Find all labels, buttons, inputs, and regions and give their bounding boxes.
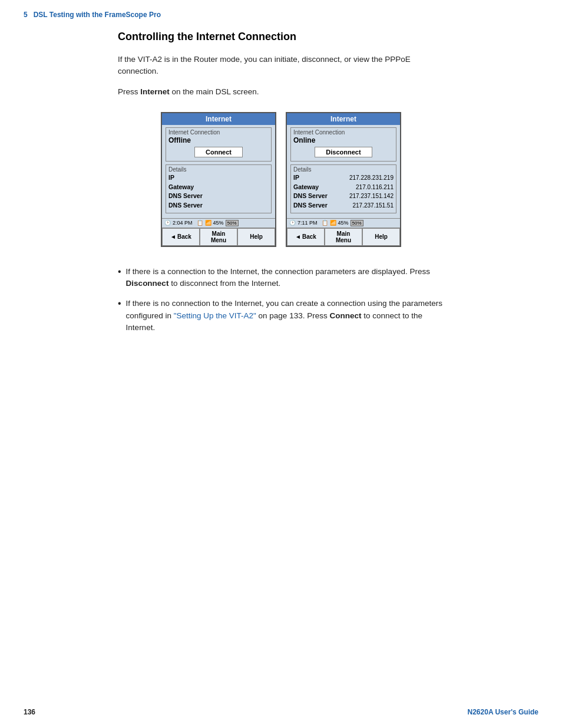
section-title: Controlling the Internet Connection <box>118 31 444 43</box>
screen2-time: 7:11 PM <box>297 220 318 226</box>
page-content: Controlling the Internet Connection If t… <box>0 19 562 365</box>
screen2-status: Online <box>293 136 394 144</box>
screen2-help-button[interactable]: Help <box>362 228 400 246</box>
screen1-detail-gateway: Gateway <box>168 183 269 192</box>
screen1-signal-icon: 📶 <box>205 220 211 226</box>
screen2-status-bar: 🕑 7:11 PM 📋 📶 45% 50% <box>287 218 400 228</box>
connect-button[interactable]: Connect <box>194 147 243 157</box>
screen1-connection-label: Internet Connection <box>168 129 269 136</box>
bullet-dot-1: • <box>118 267 121 276</box>
screen2-details-label: Details <box>293 166 394 173</box>
screen1-battery: 45% <box>213 220 224 226</box>
bullet-list: • If there is a connection to the Intern… <box>118 266 444 334</box>
screen2-detail-dns2: DNS Server 217.237.151.51 <box>293 201 394 210</box>
screens-container: Internet Internet Connection Offline Con… <box>118 112 444 247</box>
clock-icon: 🕑 <box>164 220 171 226</box>
screen1-body: Internet Connection Offline Connect Deta… <box>162 125 275 218</box>
screen1-details-label: Details <box>168 166 269 173</box>
bullet-text-2: If there is no connection to the Interne… <box>126 298 444 334</box>
bullet-text-1: If there is a connection to the Internet… <box>126 266 444 290</box>
screen1-status: Offline <box>168 136 269 144</box>
screen2-body: Internet Connection Online Disconnect De… <box>287 125 400 218</box>
screen2-connection-label: Internet Connection <box>293 129 394 136</box>
back-arrow-icon-2: ◄ <box>295 233 301 240</box>
intro-paragraph: If the VIT-A2 is in the Router mode, you… <box>118 54 444 78</box>
screen2-details-group: Details IP 217.228.231.219 Gateway 217.0… <box>290 164 396 213</box>
disconnect-button[interactable]: Disconnect <box>315 147 372 157</box>
back-arrow-icon: ◄ <box>170 233 176 240</box>
chapter-label: 5 DSL Testing with the FrameScope Pro <box>24 11 161 19</box>
screen2-device-icon: 📋 <box>322 220 328 226</box>
screen2-nav: ◄ Back Main Menu Help <box>287 228 400 246</box>
screen1-details-group: Details IP Gateway DNS Server DNS Se <box>166 164 272 213</box>
screen1-back-button[interactable]: ◄ Back <box>162 228 200 246</box>
setting-up-link[interactable]: "Setting Up the VIT-A2" <box>174 311 256 320</box>
clock-icon-2: 🕑 <box>289 220 296 226</box>
screen1-status-bar: 🕑 2:04 PM 📋 📶 45% 50% <box>162 218 275 228</box>
screen1-detail-dns1: DNS Server <box>168 192 269 201</box>
screen2-battery-bar: 50% <box>351 220 363 226</box>
screen1-main-menu-button[interactable]: Main Menu <box>200 228 237 246</box>
online-screen: Internet Internet Connection Online Disc… <box>286 112 401 247</box>
bullet-dot-2: • <box>118 299 121 308</box>
screen2-detail-gateway: Gateway 217.0.116.211 <box>293 183 394 192</box>
screen1-nav: ◄ Back Main Menu Help <box>162 228 275 246</box>
screen2-back-button[interactable]: ◄ Back <box>287 228 325 246</box>
product-name: N2620A User's Guide <box>468 708 538 716</box>
screen1-help-button[interactable]: Help <box>237 228 275 246</box>
offline-screen: Internet Internet Connection Offline Con… <box>161 112 276 247</box>
screen2-title: Internet <box>287 113 400 125</box>
screen1-detail-dns2: DNS Server <box>168 201 269 210</box>
screen2-signal-icon: 📶 <box>330 220 336 226</box>
screen1-time: 2:04 PM <box>173 220 193 226</box>
screen2-connection-group: Internet Connection Online Disconnect <box>290 127 396 162</box>
page-header: 5 DSL Testing with the FrameScope Pro <box>0 0 562 19</box>
screen1-battery-bar: 50% <box>226 220 239 226</box>
press-instruction: Press Internet on the main DSL screen. <box>118 86 444 98</box>
page-footer: 136 N2620A User's Guide <box>24 708 538 716</box>
bullet-item-1: • If there is a connection to the Intern… <box>118 266 444 290</box>
screen2-main-menu-button[interactable]: Main Menu <box>325 228 362 246</box>
screen2-detail-ip: IP 217.228.231.219 <box>293 173 394 183</box>
screen2-detail-dns1: DNS Server 217.237.151.142 <box>293 192 394 201</box>
screen1-connection-group: Internet Connection Offline Connect <box>166 127 272 162</box>
page-number: 136 <box>24 708 35 716</box>
screen2-battery: 45% <box>338 220 349 226</box>
screen1-title: Internet <box>162 113 275 125</box>
bullet-item-2: • If there is no connection to the Inter… <box>118 298 444 334</box>
screen1-detail-ip: IP <box>168 173 269 183</box>
screen1-device-icon: 📋 <box>197 220 203 226</box>
